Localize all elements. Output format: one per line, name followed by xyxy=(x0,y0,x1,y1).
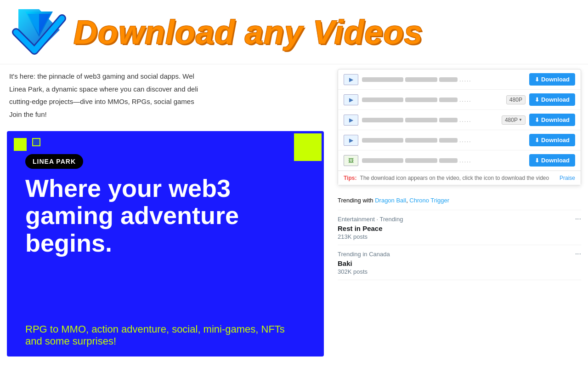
trending-section-2: Trending in Canada xyxy=(338,251,390,258)
media-info-4: ..... xyxy=(362,137,526,144)
trending-item-2: Trending in Canada ··· Baki 302K posts xyxy=(338,245,581,280)
download-row-2: ▶ ..... 480P Download xyxy=(338,90,581,110)
trending-link-chrono-trigger[interactable]: Chrono Trigger xyxy=(409,197,449,204)
media-info-1: ..... xyxy=(362,76,526,83)
quality-dropdown-3[interactable]: 480P xyxy=(502,115,526,125)
main-content: It's here: the pinnacle of web3 gaming a… xyxy=(0,64,588,368)
trending-link-dragon-ball[interactable]: Dragon Ball xyxy=(375,197,406,204)
blur-meta-1 xyxy=(405,77,437,82)
header-banner: Download any Videos xyxy=(0,0,588,64)
blur-extra-1 xyxy=(439,77,458,82)
dots-5: ..... xyxy=(459,157,472,164)
download-row-1: ▶ ..... Download xyxy=(338,69,581,90)
media-info-5: ..... xyxy=(362,157,526,164)
blur-title-4 xyxy=(362,138,403,143)
more-btn-1[interactable]: ··· xyxy=(575,215,581,223)
text-line2: Linea Park, a dynamic space where you ca… xyxy=(9,84,322,95)
blur-extra-5 xyxy=(439,158,458,163)
trending-item-1: Entertainment · Trending ··· Rest in Pea… xyxy=(338,210,581,245)
quality-badge-2: 480P xyxy=(506,95,526,104)
dots-2: ..... xyxy=(459,97,472,103)
trending-links: Trending with Dragon Ball, Chrono Trigge… xyxy=(338,197,581,204)
blur-title-3 xyxy=(362,118,403,122)
video-thumb-icon-4: ▶ xyxy=(344,135,358,146)
trending-count-2: 302K posts xyxy=(338,268,581,275)
download-row-5: 🖼 ..... Download xyxy=(338,150,581,171)
promo-badge: LINEA PARK xyxy=(25,154,83,169)
more-btn-2[interactable]: ··· xyxy=(575,250,581,258)
trending-meta-2: Trending in Canada ··· xyxy=(338,250,581,258)
green-square-2 xyxy=(32,138,40,146)
blur-extra-4 xyxy=(439,138,458,143)
download-btn-5[interactable]: Download xyxy=(529,154,575,167)
praise-link[interactable]: Praise xyxy=(560,175,575,181)
video-thumb-icon-3: ▶ xyxy=(344,115,358,126)
blur-extra-2 xyxy=(439,98,458,102)
blur-extra-3 xyxy=(439,118,458,122)
green-square-1 xyxy=(14,138,27,151)
dots-3: ..... xyxy=(459,117,472,123)
image-thumb-icon-5: 🖼 xyxy=(344,155,358,166)
dots-4: ..... xyxy=(459,137,472,144)
video-thumb-icon-1: ▶ xyxy=(344,74,358,85)
app-logo xyxy=(9,5,69,60)
app-title: Download any Videos xyxy=(74,13,423,51)
download-btn-4[interactable]: Download xyxy=(529,134,575,146)
promo-subtext: RPG to MMO, action adventure, social, mi… xyxy=(25,323,301,347)
media-info-2: ..... xyxy=(362,97,503,103)
dots-1: ..... xyxy=(459,76,472,83)
trending-title-1: Rest in Peace xyxy=(338,224,581,232)
download-btn-3[interactable]: Download xyxy=(529,114,575,126)
text-line3: cutting-edge projects—dive into MMOs, RP… xyxy=(9,97,322,107)
download-row-4: ▶ ..... Download xyxy=(338,130,581,150)
tips-message: The download icon appears on the video, … xyxy=(360,175,549,181)
text-line4: Join the fun! xyxy=(9,109,322,120)
blur-meta-5 xyxy=(405,158,437,163)
promo-image: LINEA PARK Where your web3 gaming advent… xyxy=(7,131,324,356)
text-content: It's here: the pinnacle of web3 gaming a… xyxy=(0,64,331,129)
right-panel: ▶ ..... Download ▶ ..... 480P xyxy=(331,64,588,368)
trending-count-1: 213K posts xyxy=(338,233,581,240)
text-line1: It's here: the pinnacle of web3 gaming a… xyxy=(9,71,322,82)
download-btn-2[interactable]: Download xyxy=(529,93,575,106)
blur-meta-2 xyxy=(405,98,437,102)
blur-meta-3 xyxy=(405,118,437,122)
download-row-3: ▶ ..... 480P Download xyxy=(338,110,581,130)
trending-section: Trending with Dragon Ball, Chrono Trigge… xyxy=(331,190,588,368)
blur-title-1 xyxy=(362,77,403,82)
promo-heading: Where your web3 gaming adventure begins. xyxy=(25,175,283,257)
tips-bar: Tips: The download icon appears on the v… xyxy=(338,171,581,185)
trending-section-1: Entertainment · Trending xyxy=(338,216,403,223)
green-square-3 xyxy=(294,133,322,161)
media-info-3: ..... xyxy=(362,117,498,123)
trending-meta-1: Entertainment · Trending ··· xyxy=(338,215,581,223)
trending-with-label: Trending with xyxy=(338,197,373,204)
trending-title-2: Baki xyxy=(338,259,581,267)
trending-item-0: Trending with Dragon Ball, Chrono Trigge… xyxy=(338,192,581,210)
left-panel: It's here: the pinnacle of web3 gaming a… xyxy=(0,64,331,368)
tips-label: Tips: xyxy=(344,175,356,181)
tips-text: Tips: The download icon appears on the v… xyxy=(344,175,549,181)
blur-title-5 xyxy=(362,158,403,163)
video-thumb-icon-2: ▶ xyxy=(344,94,358,105)
download-btn-1[interactable]: Download xyxy=(529,73,575,86)
blur-title-2 xyxy=(362,98,403,102)
download-panel: ▶ ..... Download ▶ ..... 480P xyxy=(338,69,581,185)
blur-meta-4 xyxy=(405,138,437,143)
